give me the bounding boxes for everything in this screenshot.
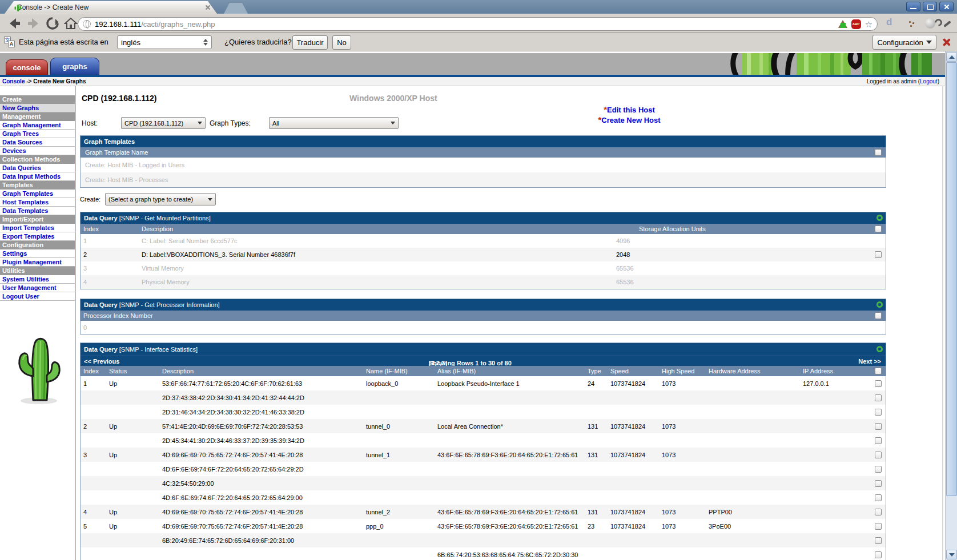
- row-checkbox[interactable]: [875, 509, 882, 515]
- translate-settings-button[interactable]: Configuración: [872, 35, 936, 50]
- row-checkbox[interactable]: [875, 423, 882, 430]
- address-bar[interactable]: 192.168.1.111/cacti/graphs_new.php ABP ☆: [78, 17, 878, 31]
- sidebar-item-graph-management[interactable]: Graph Management: [0, 121, 75, 130]
- row-checkbox[interactable]: [875, 551, 882, 558]
- row-checkbox[interactable]: [875, 466, 882, 473]
- language-select[interactable]: inglés: [117, 35, 212, 49]
- create-host-label: Create New Host: [601, 116, 660, 124]
- row-checkbox[interactable]: [875, 452, 882, 458]
- sidebar-item-data-input-methods[interactable]: Data Input Methods: [0, 172, 75, 181]
- sidebar-item-graph-trees[interactable]: Graph Trees: [0, 130, 75, 138]
- select-all-checkbox[interactable]: [875, 312, 882, 319]
- table-row[interactable]: 5Up4D:69:6E:69:70:75:65:72:74:6F:20:57:4…: [81, 519, 886, 533]
- row-checkbox[interactable]: [875, 494, 882, 501]
- sidebar-item-host-templates[interactable]: Host Templates: [0, 198, 75, 207]
- table-row[interactable]: 4D:6F:6E:69:74:6F:72:20:64:65:20:72:65:6…: [81, 490, 886, 505]
- create-host-link[interactable]: *Create New Host: [569, 115, 689, 126]
- sidebar-item-import-templates[interactable]: Import Templates: [0, 224, 75, 232]
- scrollbar-thumb[interactable]: [946, 62, 957, 496]
- frame-divider: [942, 86, 943, 560]
- sidebar-item-settings[interactable]: Settings: [0, 249, 75, 258]
- create-graph-type-select[interactable]: (Select a graph type to create): [105, 193, 216, 206]
- reload-button[interactable]: [46, 17, 59, 30]
- table-row[interactable]: 6B:65:74:20:53:63:68:65:64:75:6C:65:72:2…: [81, 547, 886, 560]
- table-row[interactable]: 2 D: Label:VBOXADDITIONS_3. Serial Numbe…: [81, 248, 886, 261]
- row-checkbox[interactable]: [875, 394, 882, 401]
- bookmark-star-icon[interactable]: ☆: [865, 20, 872, 29]
- select-all-checkbox[interactable]: [875, 225, 882, 232]
- scroll-down-icon[interactable]: [946, 550, 957, 559]
- sidebar-item-data-queries[interactable]: Data Queries: [0, 164, 75, 172]
- next-link[interactable]: Next >>: [858, 358, 881, 365]
- window-close-button[interactable]: [939, 2, 954, 11]
- table-row: 4 Physical Memory 65536: [81, 275, 886, 289]
- sidebar-item-data-sources[interactable]: Data Sources: [0, 138, 75, 147]
- reload-query-icon[interactable]: [876, 346, 883, 352]
- table-row[interactable]: 1Up53:6F:66:74:77:61:72:65:20:4C:6F:6F:7…: [81, 376, 886, 390]
- sidebar-item-devices[interactable]: Devices: [0, 147, 75, 155]
- tab-console[interactable]: console: [6, 59, 48, 75]
- back-button[interactable]: [7, 17, 22, 30]
- row-checkbox[interactable]: [875, 537, 882, 544]
- cell-description: 4D:6F:6E:69:74:6F:72:20:64:65:20:72:65:6…: [162, 466, 304, 473]
- table-row[interactable]: 4C:32:54:50:29:00: [81, 476, 886, 490]
- extension-d-icon[interactable]: d: [886, 17, 892, 28]
- globe-extension-icon[interactable]: [925, 18, 935, 29]
- table-row[interactable]: 2D:31:46:34:34:2D:34:38:30:32:2D:41:46:3…: [81, 405, 886, 419]
- table-row[interactable]: 4D:6F:6E:69:74:6F:72:20:64:65:20:72:65:6…: [81, 462, 886, 476]
- sidebar-item-plugin-management[interactable]: Plugin Management: [0, 258, 75, 267]
- table-row[interactable]: 6B:20:49:6E:74:65:72:6D:65:64:69:6F:20:3…: [81, 533, 886, 547]
- url-text[interactable]: 192.168.1.111/cacti/graphs_new.php: [95, 20, 838, 29]
- graph-types-select[interactable]: All: [269, 117, 399, 129]
- table-row[interactable]: 2D:37:43:38:42:2D:34:30:41:34:2D:41:32:4…: [81, 390, 886, 405]
- select-all-checkbox[interactable]: [875, 368, 882, 374]
- tab-close-icon[interactable]: [204, 4, 211, 11]
- cell-units: 65536: [616, 279, 634, 285]
- row-checkbox[interactable]: [875, 251, 882, 258]
- reload-query-icon[interactable]: [876, 215, 883, 221]
- vertical-scrollbar[interactable]: [945, 51, 957, 560]
- row-checkbox[interactable]: [875, 409, 882, 416]
- home-button[interactable]: [64, 17, 78, 30]
- previous-link[interactable]: << Previous: [84, 358, 119, 365]
- browser-tab[interactable]: Console -> Create New: [5, 1, 217, 14]
- sidebar-item-logout-user[interactable]: Logout User: [0, 292, 75, 301]
- tab-graphs[interactable]: graphs: [50, 58, 99, 75]
- sidebar-item-user-management[interactable]: User Management: [0, 284, 75, 292]
- reload-query-icon[interactable]: [876, 301, 883, 308]
- extension-pyramid-icon[interactable]: [838, 20, 847, 28]
- window-maximize-button[interactable]: [923, 2, 937, 11]
- adblock-icon[interactable]: ABP: [851, 19, 861, 29]
- create-select-value: (Select a graph type to create): [108, 196, 193, 203]
- translate-close-icon[interactable]: [942, 38, 951, 46]
- logout-link[interactable]: Logout: [920, 78, 938, 84]
- dropdown-arrow-icon: [198, 122, 202, 124]
- sidebar-item-data-templates[interactable]: Data Templates: [0, 207, 75, 215]
- host-select[interactable]: CPD (192.168.1.112): [121, 117, 206, 129]
- dq-interfaces-title: Data Query [SNMP - Interface Statistics]: [81, 343, 886, 356]
- sidebar-item-new-graphs[interactable]: New Graphs: [0, 104, 75, 112]
- sidebar-item-export-templates[interactable]: Export Templates: [0, 232, 75, 241]
- row-checkbox[interactable]: [875, 480, 882, 487]
- edit-host-link[interactable]: *Edit this Host: [569, 105, 689, 115]
- new-tab-button[interactable]: [224, 3, 248, 14]
- table-row[interactable]: 2Up57:41:4E:20:4D:69:6E:69:70:6F:72:74:2…: [81, 419, 886, 433]
- no-button[interactable]: No: [332, 35, 351, 50]
- forward-button[interactable]: [26, 17, 41, 30]
- sidebar-item-graph-templates[interactable]: Graph Templates: [0, 190, 75, 198]
- scroll-up-icon[interactable]: [946, 52, 957, 62]
- cell-type: 23: [588, 523, 594, 530]
- row-checkbox[interactable]: [875, 380, 882, 387]
- window-minimize-button[interactable]: [906, 2, 920, 11]
- language-value: inglés: [121, 38, 140, 47]
- breadcrumb-console-link[interactable]: Console: [2, 78, 25, 84]
- row-checkbox[interactable]: [875, 437, 882, 444]
- cell-alias: 43:6F:6E:65:78:69:F3:6E:20:64:65:20:E1:7…: [437, 452, 578, 458]
- row-checkbox[interactable]: [875, 523, 882, 530]
- table-row[interactable]: 4Up4D:69:6E:69:70:75:65:72:74:6F:20:57:4…: [81, 505, 886, 519]
- table-row[interactable]: 2D:45:34:41:30:2D:34:46:33:37:2D:39:35:3…: [81, 433, 886, 448]
- table-row[interactable]: 3Up4D:69:6E:69:70:75:65:72:74:6F:20:57:4…: [81, 448, 886, 462]
- translate-button[interactable]: Traducir: [292, 35, 328, 50]
- select-all-checkbox[interactable]: [875, 149, 882, 156]
- sidebar-item-system-utilities[interactable]: System Utilities: [0, 275, 75, 284]
